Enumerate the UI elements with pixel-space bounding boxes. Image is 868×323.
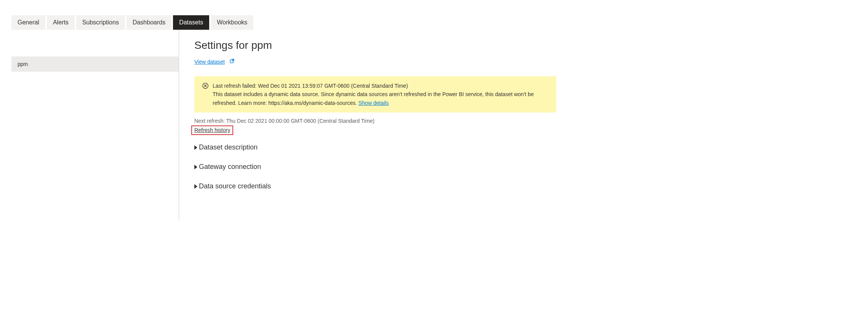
tabs-bar: General Alerts Subscriptions Dashboards … (11, 15, 868, 30)
tab-subscriptions[interactable]: Subscriptions (76, 15, 125, 30)
error-icon (202, 82, 209, 92)
tab-dashboards[interactable]: Dashboards (127, 15, 171, 30)
dataset-list-item[interactable]: ppm (11, 56, 179, 72)
accordion-label: Data source credentials (199, 182, 271, 190)
refresh-history-link[interactable]: Refresh history (194, 127, 230, 133)
tab-workbooks[interactable]: Workbooks (211, 15, 253, 30)
main-panel: Settings for ppm View dataset (179, 30, 568, 220)
tab-general[interactable]: General (11, 15, 45, 30)
page-title: Settings for ppm (194, 39, 556, 51)
accordion-data-source-credentials[interactable]: Data source credentials (194, 182, 556, 190)
tab-alerts[interactable]: Alerts (47, 15, 75, 30)
tab-datasets[interactable]: Datasets (173, 15, 209, 30)
next-refresh-text: Next refresh: Thu Dec 02 2021 00:00:00 G… (194, 118, 556, 124)
dataset-list: ppm (11, 30, 179, 220)
refresh-history-highlight: Refresh history (191, 125, 233, 135)
caret-right-icon (194, 184, 197, 189)
accordion-label: Gateway connection (199, 163, 261, 171)
caret-right-icon (194, 145, 197, 150)
accordion-label: Dataset description (199, 143, 258, 151)
accordion-gateway-connection[interactable]: Gateway connection (194, 163, 556, 171)
show-details-link[interactable]: Show details (359, 100, 389, 106)
refresh-error-banner: Last refresh failed: Wed Dec 01 2021 13:… (194, 76, 556, 112)
view-dataset-link[interactable]: View dataset (194, 59, 225, 65)
refresh-error-line1: Last refresh failed: Wed Dec 01 2021 13:… (213, 82, 549, 90)
external-link-icon (229, 58, 235, 65)
caret-right-icon (194, 165, 197, 169)
accordion-dataset-description[interactable]: Dataset description (194, 143, 556, 151)
